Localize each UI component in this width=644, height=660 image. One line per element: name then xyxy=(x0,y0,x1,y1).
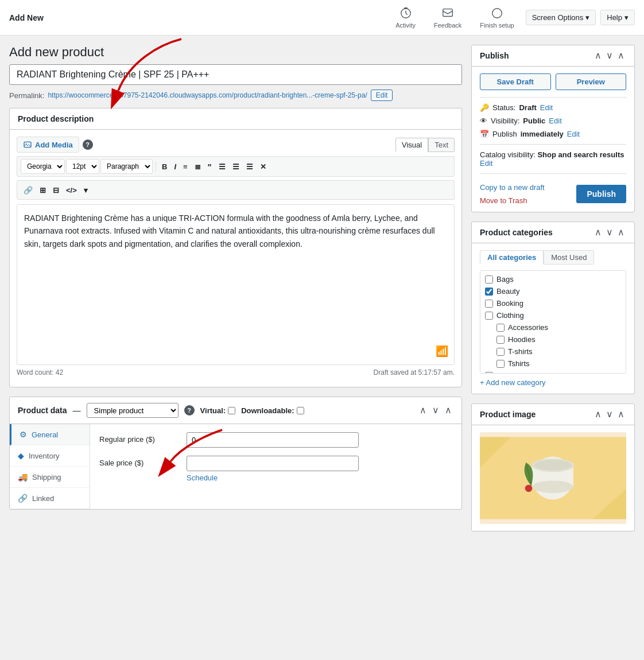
category-label-tshirts2[interactable]: Tshirts xyxy=(508,359,530,368)
category-label-coffee[interactable]: Coffee xyxy=(496,371,518,374)
product-type-select[interactable]: Simple product xyxy=(87,403,179,418)
editor-content[interactable]: RADIANT Brightening Crème has a unique T… xyxy=(17,204,455,365)
most-used-tab[interactable]: Most Used xyxy=(544,250,594,265)
align-left-button[interactable]: ☰ xyxy=(216,160,228,173)
category-checkbox-tshirts2[interactable] xyxy=(496,360,505,368)
image-collapse-up[interactable]: ∧ xyxy=(593,410,603,419)
regular-price-input[interactable] xyxy=(187,432,359,448)
preview-button[interactable]: Preview xyxy=(556,73,627,90)
category-checkbox-hoodies[interactable] xyxy=(496,336,505,344)
category-checkbox-clothing[interactable] xyxy=(485,312,493,320)
category-checkbox-coffee[interactable] xyxy=(485,372,493,374)
category-label-bags[interactable]: Bags xyxy=(496,275,514,284)
add-new-category-link[interactable]: + Add new category xyxy=(480,378,546,387)
code-button[interactable]: </> xyxy=(63,183,80,197)
publish-expand[interactable]: ∧ xyxy=(616,51,626,60)
move-trash-link[interactable]: Move to Trash xyxy=(480,196,527,205)
product-data-collapse-down[interactable]: ∨ xyxy=(430,406,441,415)
image-collapse-down[interactable]: ∨ xyxy=(604,410,615,419)
product-title-input[interactable] xyxy=(9,64,462,85)
publish-button[interactable]: Publish xyxy=(576,185,626,203)
category-label-tshirts[interactable]: T-shirts xyxy=(508,347,533,356)
category-list[interactable]: Bags Beauty Booking Clothi xyxy=(480,270,626,374)
category-checkbox-accessories[interactable] xyxy=(496,324,505,332)
categories-panel-header: Product categories ∧ ∨ ∧ xyxy=(472,222,634,243)
sale-price-input[interactable] xyxy=(187,456,359,471)
paragraph-select[interactable]: Paragraph xyxy=(100,159,153,174)
more-button[interactable]: ✕ xyxy=(257,160,269,173)
blockquote-button[interactable]: " xyxy=(205,160,215,173)
italic-button[interactable]: I xyxy=(171,160,179,173)
help-icon[interactable]: ? xyxy=(83,139,93,150)
publish-time-edit-link[interactable]: Edit xyxy=(567,130,580,138)
all-categories-tab[interactable]: All categories xyxy=(480,250,544,265)
product-data-expand[interactable]: ∧ xyxy=(443,406,453,415)
category-label-accessories[interactable]: Accessories xyxy=(508,323,548,332)
text-tab[interactable]: Text xyxy=(428,138,455,152)
divider-3 xyxy=(480,173,626,174)
publish-collapse-up[interactable]: ∧ xyxy=(593,51,603,60)
nav-general[interactable]: ⚙ General xyxy=(10,424,90,445)
categories-expand[interactable]: ∧ xyxy=(616,228,626,237)
finish-setup-button[interactable]: Finish setup xyxy=(473,2,521,33)
publish-panel-header: Publish ∧ ∨ ∧ xyxy=(472,45,634,67)
image-expand[interactable]: ∧ xyxy=(616,410,626,419)
category-label-beauty[interactable]: Beauty xyxy=(496,287,519,296)
save-draft-button[interactable]: Save Draft xyxy=(480,73,551,90)
feedback-button[interactable]: Feedback xyxy=(427,2,468,33)
product-image-placeholder[interactable] xyxy=(480,432,626,524)
general-icon: ⚙ xyxy=(20,430,27,439)
category-checkbox-beauty[interactable] xyxy=(485,288,493,296)
publish-panel: Publish ∧ ∨ ∧ Save Draft Preview 🔑 Statu… xyxy=(471,45,635,212)
publish-panel-title: Publish xyxy=(480,51,509,60)
add-media-button[interactable]: Add Media xyxy=(17,137,79,153)
help-button[interactable]: Help ▾ xyxy=(600,10,635,25)
visibility-edit-link[interactable]: Edit xyxy=(549,117,561,125)
format-toolbar-1: Georgia 12pt Paragraph B I ≡ ≣ " ☰ ☰ xyxy=(17,156,455,177)
publish-panel-controls: ∧ ∨ ∧ xyxy=(593,51,626,60)
visual-tab[interactable]: Visual xyxy=(395,138,428,152)
catalog-edit-link[interactable]: Edit xyxy=(480,159,492,168)
svg-rect-5 xyxy=(24,142,31,147)
categories-panel-title: Product categories xyxy=(480,228,553,237)
font-family-select[interactable]: Georgia xyxy=(21,159,65,174)
category-label-booking[interactable]: Booking xyxy=(496,299,523,308)
category-label-clothing[interactable]: Clothing xyxy=(496,311,524,320)
align-center-button[interactable]: ☰ xyxy=(230,160,242,173)
align-right-button[interactable]: ☰ xyxy=(243,160,256,173)
virtual-checkbox[interactable] xyxy=(228,407,235,414)
draft-saved: Draft saved at 5:17:57 am. xyxy=(374,368,455,376)
table-button[interactable]: ⊞ xyxy=(37,183,49,197)
ordered-list-button[interactable]: ≣ xyxy=(192,160,204,173)
product-image-svg xyxy=(480,432,626,524)
expand-button[interactable]: ▾ xyxy=(81,183,91,197)
downloadable-checkbox[interactable] xyxy=(297,407,304,414)
copy-draft-link[interactable]: Copy to a new draft xyxy=(480,183,545,192)
schedule-link[interactable]: Schedule xyxy=(187,473,218,482)
permalink-link[interactable]: https://woocommerce-547975-2142046.cloud… xyxy=(48,91,367,99)
visibility-icon: 👁 xyxy=(480,117,487,125)
publish-collapse-down[interactable]: ∨ xyxy=(604,51,615,60)
category-checkbox-tshirts[interactable] xyxy=(496,348,505,356)
product-type-help-icon[interactable]: ? xyxy=(184,405,195,416)
activity-button[interactable]: Activity xyxy=(389,2,422,33)
grid-button[interactable]: ⊟ xyxy=(50,183,62,197)
product-data-collapse-up[interactable]: ∧ xyxy=(418,406,428,415)
status-edit-link[interactable]: Edit xyxy=(540,103,553,112)
categories-panel-body: All categories Most Used Bags Beauty xyxy=(472,243,634,394)
screen-options-button[interactable]: Screen Options ▾ xyxy=(526,10,596,25)
category-checkbox-bags[interactable] xyxy=(485,275,493,284)
permalink-edit-button[interactable]: Edit xyxy=(371,90,393,101)
sale-price-row: Sale price ($) Schedule xyxy=(99,456,452,482)
link-button[interactable]: 🔗 xyxy=(21,183,36,197)
font-size-select[interactable]: 12pt xyxy=(66,159,99,174)
categories-collapse-down[interactable]: ∨ xyxy=(604,228,615,237)
nav-inventory[interactable]: ◆ Inventory xyxy=(10,445,90,467)
nav-linked[interactable]: 🔗 Linked xyxy=(10,488,90,509)
category-label-hoodies[interactable]: Hoodies xyxy=(508,335,536,344)
bold-button[interactable]: B xyxy=(159,160,170,173)
category-checkbox-booking[interactable] xyxy=(485,300,493,308)
nav-shipping[interactable]: 🚚 Shipping xyxy=(10,467,90,488)
categories-collapse-up[interactable]: ∧ xyxy=(593,228,603,237)
unordered-list-button[interactable]: ≡ xyxy=(180,160,191,173)
